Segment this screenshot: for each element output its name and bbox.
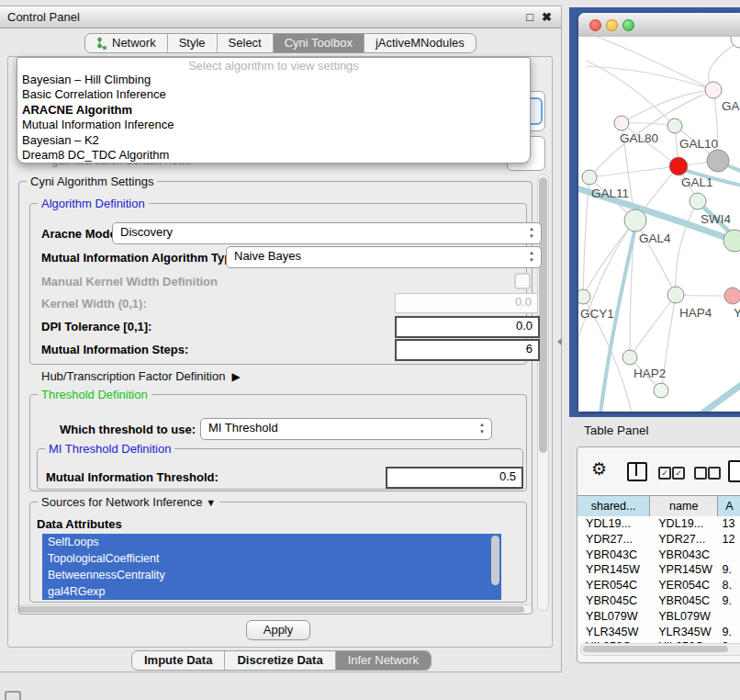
table-cell[interactable]: YLR345W xyxy=(650,625,718,640)
manual-kernel-checkbox[interactable] xyxy=(514,273,531,289)
which-threshold-combo[interactable]: MI Threshold ▲▼ xyxy=(200,418,492,440)
data-attributes-list[interactable]: SelfLoopsTopologicalCoefficientBetweenne… xyxy=(42,534,501,600)
table-row[interactable]: YLR345WYLR345W9. xyxy=(577,625,740,640)
network-node[interactable] xyxy=(654,383,668,398)
table-cell[interactable]: 8. xyxy=(718,578,740,593)
algorithm-option[interactable]: Bayesian – K2 xyxy=(17,133,530,148)
network-canvas[interactable]: GALGAL80GAL10GAL1GAL11SWI4GAL4GCY1HAP4YH… xyxy=(578,37,740,412)
unchecked-checkbox-icon[interactable] xyxy=(694,467,707,480)
sources-group-title[interactable]: Sources for Network Inference ▼ xyxy=(38,495,219,509)
table-cell[interactable]: YDL19... xyxy=(577,516,650,532)
algorithm-option[interactable]: Bayesian – Hill Climbing xyxy=(17,73,530,87)
table-cell[interactable]: YBR043C xyxy=(650,548,718,563)
table-cell[interactable]: 9. xyxy=(718,562,740,578)
table-row[interactable]: YBR045CYBR045C9. xyxy=(577,593,740,609)
network-node-gal10[interactable] xyxy=(667,119,682,133)
attribute-list-item[interactable]: TopologicalCoefficient xyxy=(42,550,501,567)
algorithm-dropdown[interactable]: Select algorithm to view settings Bayesi… xyxy=(17,57,531,164)
dpi-tolerance-input[interactable]: 0.0 xyxy=(395,316,540,338)
unchecked-checkbox-icon[interactable] xyxy=(708,467,721,480)
network-node[interactable] xyxy=(707,150,729,172)
network-edge[interactable] xyxy=(578,220,635,349)
network-node[interactable] xyxy=(690,193,706,209)
table-cell[interactable]: YDR27... xyxy=(577,532,650,548)
table-row[interactable]: YDR27...YDR27...12 xyxy=(577,532,740,548)
gear-icon[interactable]: ⚙ xyxy=(591,458,607,480)
tab-discretize-data[interactable]: Discretize Data xyxy=(225,651,335,670)
tab-impute-data[interactable]: Impute Data xyxy=(132,651,225,670)
tab-infer-network[interactable]: Infer Network xyxy=(336,651,431,670)
table-cell[interactable]: YDL19... xyxy=(650,516,718,532)
algorithm-option[interactable]: Basic Correlation Inference xyxy=(17,87,530,102)
vertical-scrollbar-thumb[interactable] xyxy=(539,177,547,453)
network-node-gcy1[interactable] xyxy=(578,289,590,304)
attribute-list-item[interactable]: BetweennessCentrality xyxy=(42,567,501,583)
network-edge[interactable] xyxy=(597,37,713,90)
kernel-width-input[interactable]: 0.0 xyxy=(395,293,538,313)
network-node-gal11[interactable] xyxy=(582,170,597,185)
bottom-tabbar: Impute Data Discretize Data Infer Networ… xyxy=(131,650,432,671)
table-cell[interactable]: YBR045C xyxy=(577,593,650,609)
checked-checkbox-icon[interactable]: ✓ xyxy=(672,467,685,480)
table-row[interactable]: YDL19...YDL19...13 xyxy=(577,516,740,532)
mi-type-combo[interactable]: Naive Bayes ▲▼ xyxy=(226,246,542,268)
table-cell[interactable]: YER054C xyxy=(650,578,718,593)
mi-threshold-input[interactable]: 0.5 xyxy=(386,467,523,489)
minimized-panel-icon[interactable] xyxy=(5,691,21,700)
column-header-partial[interactable]: A xyxy=(718,496,740,517)
network-node-hap4[interactable] xyxy=(667,287,684,303)
table-cell[interactable]: YBL079W xyxy=(577,609,650,625)
table-scrollbar-thumb[interactable] xyxy=(583,646,728,652)
table-cell[interactable] xyxy=(718,609,740,625)
column-header-name[interactable]: name xyxy=(650,496,718,517)
table-cell[interactable] xyxy=(718,548,740,563)
minimize-traffic-icon[interactable] xyxy=(606,19,618,31)
network-window-titlebar[interactable] xyxy=(578,13,740,38)
hub-definition-expander[interactable]: Hub/Transcription Factor Definition▶ xyxy=(41,369,241,383)
table-cell[interactable]: 9. xyxy=(718,625,740,640)
table-cell[interactable]: 9. xyxy=(718,593,740,609)
network-edge[interactable] xyxy=(589,166,678,177)
table-cell[interactable]: YPR145W xyxy=(577,562,650,578)
table-row[interactable]: YPR145WYPR145W9. xyxy=(577,562,740,578)
table-cell[interactable]: YPR145W xyxy=(650,562,718,578)
document-icon[interactable] xyxy=(728,460,740,482)
close-traffic-icon[interactable] xyxy=(589,19,601,31)
table-cell[interactable]: YBR043C xyxy=(577,548,650,563)
attribute-list-item[interactable]: gal4RGexp xyxy=(42,583,501,600)
network-edge-highlighted[interactable] xyxy=(700,373,740,412)
panel-splitter-handle[interactable] xyxy=(557,338,562,345)
algorithm-option[interactable]: Dream8 DC_TDC Algorithm xyxy=(17,148,530,163)
table-cell[interactable]: YER054C xyxy=(577,578,650,593)
table-horizontal-scrollbar[interactable] xyxy=(580,643,740,656)
network-node-gal4[interactable] xyxy=(624,209,646,231)
attributes-scrollbar-thumb[interactable] xyxy=(491,536,499,585)
network-node-gal1[interactable] xyxy=(669,157,688,175)
table-cell[interactable]: YBR045C xyxy=(650,593,718,609)
network-node-gal80[interactable] xyxy=(614,116,629,130)
table-cell[interactable]: YDR27... xyxy=(650,532,718,548)
network-edge[interactable] xyxy=(630,295,676,357)
table-cell[interactable]: 12 xyxy=(718,532,740,548)
columns-icon[interactable] xyxy=(627,462,647,481)
mi-steps-input[interactable]: 6 xyxy=(395,339,540,361)
table-row[interactable]: YBR043CYBR043C xyxy=(577,548,740,563)
table-cell[interactable]: 13 xyxy=(718,516,740,532)
table-cell[interactable]: YBL079W xyxy=(650,609,718,625)
attribute-list-item[interactable]: SelfLoops xyxy=(42,534,501,550)
algorithm-option[interactable]: ARACNE Algorithm xyxy=(17,103,530,118)
table-row[interactable]: YER054CYER054C8. xyxy=(577,578,740,593)
column-header-shared-name[interactable]: shared... xyxy=(577,496,650,517)
network-node-hap2[interactable] xyxy=(622,350,637,365)
apply-button[interactable]: Apply xyxy=(246,620,310,640)
network-node-swi4[interactable] xyxy=(723,230,740,252)
algorithm-option[interactable]: Mutual Information Inference xyxy=(17,118,530,132)
network-node-gal[interactable] xyxy=(705,82,722,98)
table-cell[interactable]: YLR345W xyxy=(577,625,650,640)
table-row[interactable]: YBL079WYBL079W xyxy=(577,609,740,625)
network-edge[interactable] xyxy=(676,201,698,295)
zoom-traffic-icon[interactable] xyxy=(622,19,634,31)
checked-checkbox-icon[interactable]: ✓ xyxy=(658,467,671,480)
aracne-mode-combo[interactable]: Discovery ▲▼ xyxy=(112,222,542,244)
network-node-y[interactable] xyxy=(724,288,740,304)
